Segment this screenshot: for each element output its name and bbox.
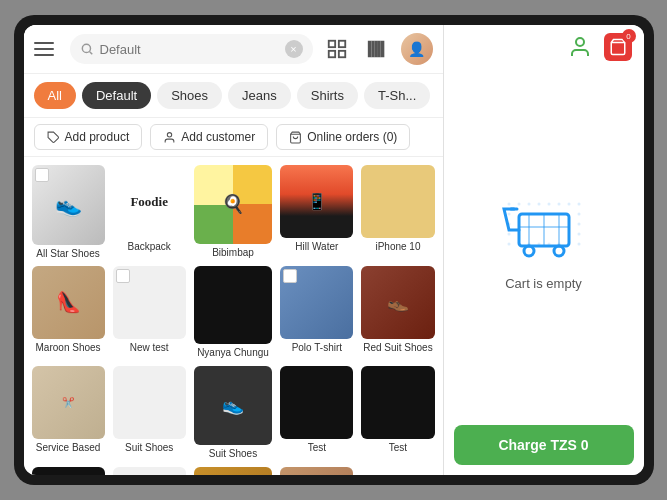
product-image: 👟 [32,165,105,245]
svg-point-16 [507,202,510,205]
product-image: 👟 [194,366,273,445]
search-input[interactable] [100,42,279,57]
list-item[interactable]: Foodie Backpack [113,165,186,258]
list-item[interactable]: Polo T-shirt [280,266,353,359]
product-image [280,366,353,439]
svg-rect-6 [368,42,370,57]
list-item[interactable]: ✂️ Service Based [32,366,105,459]
search-icon [80,42,94,56]
svg-point-25 [577,212,580,215]
list-item[interactable]: 👠 Maroon Shoes [32,266,105,359]
tab-tshirts[interactable]: T-Sh... [364,82,430,109]
product-image [32,467,105,475]
list-item[interactable]: Suit Shoes [113,366,186,459]
product-image [280,266,353,339]
product-name: Hill Water [280,241,353,252]
svg-rect-2 [328,41,334,47]
search-bar: × [70,34,313,64]
product-name: iPhone 10 [361,241,434,252]
clear-search-button[interactable]: × [285,40,303,58]
svg-point-14 [576,38,584,46]
list-item[interactable]: New test [113,266,186,359]
svg-point-30 [507,242,510,245]
svg-point-37 [577,242,580,245]
product-image: 👠 [32,266,105,339]
svg-point-12 [168,132,172,136]
product-grid: 👟 All Star Shoes Foodie Backpack 🍳 [24,157,443,475]
menu-button[interactable] [34,35,62,63]
add-customer-button[interactable]: Add customer [150,124,268,150]
online-orders-label: Online orders (0) [307,130,397,144]
grid-view-button[interactable] [321,33,353,65]
empty-cart-area: Cart is empty [444,69,644,415]
person-icon [163,131,176,144]
tag-icon [47,131,60,144]
list-item[interactable]: iPhone 10 [361,165,434,258]
svg-line-1 [89,52,92,55]
tab-jeans[interactable]: Jeans [228,82,291,109]
svg-rect-7 [372,42,373,57]
list-item[interactable]: Nyanya Chungu [194,266,273,359]
svg-point-19 [537,202,540,205]
cart-illustration [499,194,589,264]
product-image [361,165,434,238]
list-item[interactable]: 👟 All Star Shoes [32,165,105,258]
action-bar: Add product Add customer Online ord [24,118,443,157]
product-image [113,366,186,439]
grid-icon [326,38,348,60]
product-name: Service Based [32,442,105,453]
list-item[interactable]: Test test [113,467,186,475]
svg-point-40 [524,246,534,256]
category-tabs: All Default Shoes Jeans Shirts T-Sh... [24,74,443,118]
product-image: ✂️ [32,366,105,439]
product-name: Bibimbap [194,247,273,258]
product-image: 👞 [361,266,434,339]
tab-default[interactable]: Default [82,82,151,109]
tab-all[interactable]: All [34,82,76,109]
tab-shoes[interactable]: Shoes [157,82,222,109]
product-name: New test [113,342,186,353]
user-profile-icon [568,35,592,59]
list-item[interactable]: Test [280,366,353,459]
cart-empty-text: Cart is empty [505,276,582,291]
online-orders-button[interactable]: Online orders (0) [276,124,410,150]
product-name: Test [361,442,434,453]
avatar[interactable]: 👤 [401,33,433,65]
tab-shirts[interactable]: Shirts [297,82,358,109]
add-product-button[interactable]: Add product [34,124,143,150]
svg-rect-4 [328,51,334,57]
product-image: 🧥 [280,467,353,475]
user-icon[interactable] [566,33,594,61]
list-item[interactable]: 🧥 Woman Coat [280,467,353,475]
svg-point-27 [577,222,580,225]
svg-point-0 [82,44,90,52]
svg-point-24 [507,212,510,215]
list-item[interactable]: 📱 Hill Water [280,165,353,258]
svg-point-23 [577,202,580,205]
product-image [361,366,434,439]
svg-rect-8 [375,42,377,57]
list-item[interactable]: 👞 Red Suit Shoes [361,266,434,359]
app-container: × [24,25,644,475]
charge-button[interactable]: Charge TZS 0 [454,425,634,465]
svg-point-22 [567,202,570,205]
right-panel: 0 [444,25,644,475]
svg-point-17 [517,202,520,205]
svg-rect-3 [338,41,344,47]
cart-button[interactable]: 0 [604,33,632,61]
list-item[interactable]: Test [361,366,434,459]
list-item[interactable]: 🍳 Bibimbap [194,165,273,258]
add-product-label: Add product [65,130,130,144]
list-item[interactable]: 🥾 Timberland Boo... [194,467,273,475]
svg-point-21 [557,202,560,205]
product-image: Foodie [113,165,186,238]
list-item[interactable]: Test [32,467,105,475]
barcode-button[interactable] [361,33,393,65]
product-name: Backpack [113,241,186,252]
svg-point-28 [507,232,510,235]
svg-rect-9 [378,42,379,57]
product-image [113,266,186,339]
product-name: Polo T-shirt [280,342,353,353]
svg-point-20 [547,202,550,205]
list-item[interactable]: 👟 Suit Shoes [194,366,273,459]
